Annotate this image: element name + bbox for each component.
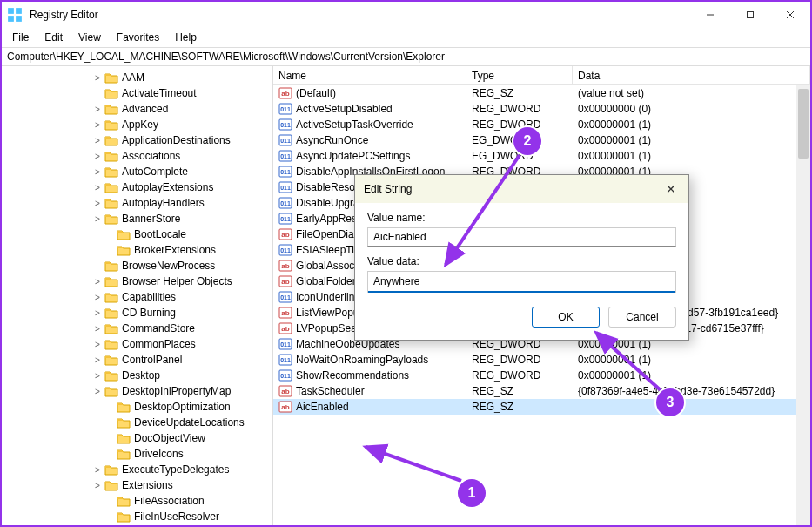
value-name: EarlyAppReso	[296, 213, 363, 225]
tree-item[interactable]: BrokerExtensions	[7, 242, 272, 258]
expand-icon[interactable]: >	[92, 167, 103, 177]
string-value-icon	[278, 400, 292, 414]
list-row[interactable]: ActiveSetupTaskOverrideREG_DWORD0x000000…	[273, 117, 810, 132]
folder-icon	[117, 432, 131, 444]
expand-icon[interactable]: >	[92, 355, 103, 365]
list-row[interactable]: ActiveSetupDisabledREG_DWORD0x00000000 (…	[273, 101, 810, 117]
value-name-field[interactable]: AicEnabled	[367, 227, 676, 247]
list-row[interactable]: (Default)REG_SZ(value not set)	[273, 85, 810, 101]
value-data-input[interactable]	[368, 272, 675, 293]
tree-item[interactable]: BootLocale	[7, 226, 272, 242]
expand-icon[interactable]: >	[92, 481, 103, 490]
tree-item[interactable]: >Associations	[7, 148, 272, 164]
expand-icon[interactable]: >	[92, 308, 103, 318]
tree-item[interactable]: >Advanced	[7, 101, 272, 117]
ok-button[interactable]: OK	[532, 307, 600, 328]
dialog-close-button[interactable]: ✕	[662, 179, 680, 199]
tree-item[interactable]: ActivateTimeout	[7, 85, 272, 101]
address-bar[interactable]: Computer\HKEY_LOCAL_MACHINE\SOFTWARE\Mic…	[2, 47, 810, 66]
list-row[interactable]: AsyncUpdatePCSettingsEG_DWORD0x00000001 …	[273, 148, 810, 164]
column-header-name[interactable]: Name	[273, 66, 466, 84]
tree-item[interactable]: >AppKey	[7, 117, 272, 132]
tree-item[interactable]: >BannerStore	[7, 211, 272, 226]
value-name: GlobalAssocC	[296, 260, 362, 272]
tree-item[interactable]: FileInUseResolver	[7, 509, 272, 524]
tree-item-label: BootLocale	[134, 228, 186, 240]
expand-icon[interactable]: >	[92, 152, 103, 161]
tree-item[interactable]: >CD Burning	[7, 305, 272, 321]
tree-item[interactable]: >DesktopIniPropertyMap	[7, 383, 272, 399]
column-header-type[interactable]: Type	[466, 66, 573, 84]
list-row[interactable]: AicEnabledREG_SZ	[273, 399, 810, 415]
tree-item[interactable]: DriveIcons	[7, 446, 272, 462]
value-type: REG_SZ	[466, 87, 573, 99]
expand-icon[interactable]: >	[92, 105, 103, 114]
tree-item[interactable]: >ExecuteTypeDelegates	[7, 462, 272, 477]
tree-item-label: AutoComplete	[122, 166, 188, 178]
value-name-label: Value name:	[367, 212, 676, 224]
binary-value-icon	[278, 212, 292, 226]
tree-item[interactable]: >AutoplayExtensions	[7, 179, 272, 195]
tree-item[interactable]: >CommandStore	[7, 321, 272, 336]
menu-favorites[interactable]: Favorites	[110, 30, 166, 45]
tree-item[interactable]: DocObjectView	[7, 430, 272, 446]
tree-item[interactable]: >Capabilities	[7, 289, 272, 305]
expand-icon[interactable]: >	[92, 465, 103, 475]
tree-item-label: Desktop	[122, 369, 160, 382]
tree-item[interactable]: >ControlPanel	[7, 352, 272, 368]
expand-icon[interactable]: >	[92, 387, 103, 396]
tree-item[interactable]: >CommonPlaces	[7, 336, 272, 352]
minimize-button[interactable]	[690, 2, 730, 28]
tree-item[interactable]: >AutoComplete	[7, 164, 272, 179]
list-row[interactable]: AsyncRunOnceEG_DWORD0x00000001 (1)	[273, 132, 810, 148]
tree-item[interactable]: >AAM	[7, 70, 272, 85]
expand-icon[interactable]: >	[92, 340, 103, 349]
tree-item-label: Extensions	[122, 479, 173, 491]
menu-view[interactable]: View	[71, 30, 108, 45]
value-name: FSIASleepTim	[296, 244, 363, 256]
scrollbar-thumb[interactable]	[798, 89, 809, 159]
expand-icon[interactable]: >	[92, 183, 103, 193]
tree-item[interactable]: DeviceUpdateLocations	[7, 415, 272, 430]
value-type: REG_DWORD	[466, 103, 573, 115]
expand-icon[interactable]: >	[92, 371, 103, 381]
tree-item-label: AutoplayExtensions	[122, 181, 213, 193]
tree-item[interactable]: >ApplicationDestinations	[7, 132, 272, 148]
list-row[interactable]: TaskSchedulerREG_SZ{0f87369f-a4e5-4cfc-b…	[273, 383, 810, 399]
expand-icon[interactable]: >	[92, 136, 103, 145]
tree-item[interactable]: BrowseNewProcess	[7, 258, 272, 274]
close-button[interactable]	[770, 2, 810, 28]
expand-icon[interactable]: >	[92, 199, 103, 208]
column-header-data[interactable]: Data	[573, 66, 810, 84]
expand-icon[interactable]: >	[92, 293, 103, 302]
tree-item-label: Associations	[122, 150, 180, 162]
tree-item[interactable]: >Desktop	[7, 368, 272, 383]
folder-icon	[104, 213, 118, 225]
folder-icon	[117, 244, 131, 256]
tree-item[interactable]: FileAssociation	[7, 493, 272, 509]
tree-item-label: DesktopIniPropertyMap	[122, 385, 231, 397]
list-row[interactable]: ShowRecommendationsREG_DWORD0x00000001 (…	[273, 368, 810, 383]
scrollbar-vertical[interactable]	[796, 85, 810, 525]
tree-item[interactable]: >Browser Helper Objects	[7, 274, 272, 289]
binary-value-icon	[278, 337, 292, 351]
tree-item[interactable]: >Extensions	[7, 477, 272, 493]
expand-icon[interactable]: >	[92, 277, 103, 287]
folder-icon	[104, 354, 118, 366]
svg-rect-0	[8, 8, 14, 14]
tree-item[interactable]: DesktopOptimization	[7, 399, 272, 415]
cancel-button[interactable]: Cancel	[608, 307, 676, 328]
tree-item[interactable]: >AutoplayHandlers	[7, 195, 272, 211]
folder-icon	[104, 197, 118, 209]
expand-icon[interactable]: >	[92, 73, 103, 83]
menu-help[interactable]: Help	[168, 30, 204, 45]
tree-panel[interactable]: >AAMActivateTimeout>Advanced>AppKey>Appl…	[2, 66, 273, 525]
expand-icon[interactable]: >	[92, 214, 103, 224]
maximize-button[interactable]	[730, 2, 770, 28]
expand-icon[interactable]: >	[92, 120, 103, 130]
value-name: (Default)	[296, 87, 336, 99]
expand-icon[interactable]: >	[92, 324, 103, 334]
menu-file[interactable]: File	[5, 30, 36, 45]
menu-edit[interactable]: Edit	[37, 30, 70, 45]
list-row[interactable]: NoWaitOnRoamingPayloadsREG_DWORD0x000000…	[273, 352, 810, 368]
